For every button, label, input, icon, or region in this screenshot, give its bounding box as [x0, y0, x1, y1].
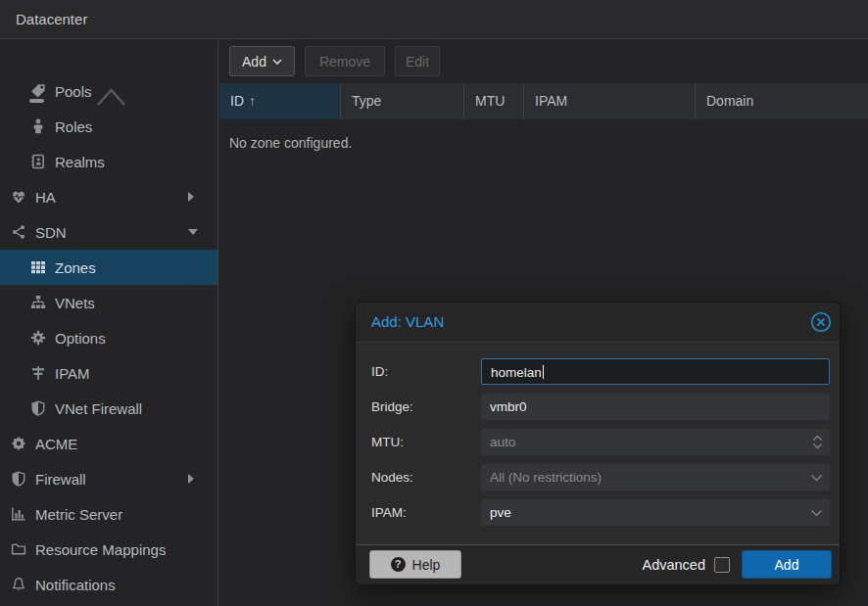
- dialog-title: Add: VLAN: [371, 303, 444, 342]
- spinner-up-down-icon[interactable]: [812, 429, 823, 455]
- help-button-label: Help: [412, 557, 441, 573]
- sidebar-item-label: Metric Server: [35, 506, 122, 523]
- edit-button[interactable]: Edit: [395, 46, 440, 76]
- column-header-ipam[interactable]: IPAM: [524, 83, 696, 119]
- sidebar-item-label: SDN: [35, 224, 67, 241]
- close-icon[interactable]: [810, 311, 832, 333]
- bridge-input[interactable]: vmbr0: [481, 394, 830, 420]
- sidebar-item-realms[interactable]: Realms: [0, 144, 217, 179]
- top-header-bar: Datacenter: [0, 0, 868, 39]
- sidebar-item-label: Pools: [55, 83, 92, 100]
- certificate-icon: [10, 436, 26, 452]
- column-header-domain[interactable]: Domain: [696, 83, 868, 119]
- network-nodes-icon: [10, 224, 26, 241]
- expand-right-icon: [188, 192, 194, 202]
- shield-icon: [10, 471, 26, 488]
- column-header-type[interactable]: Type: [341, 83, 464, 119]
- remove-button[interactable]: Remove: [305, 46, 385, 76]
- sidebar-item-label: ACME: [35, 436, 77, 452]
- sidebar-item-sdn[interactable]: SDN: [0, 214, 217, 250]
- bell-icon: [10, 577, 26, 593]
- empty-table-message: No zone configured.: [229, 135, 352, 151]
- person-icon: [29, 118, 46, 135]
- mtu-spinner[interactable]: auto: [481, 429, 830, 455]
- ipam-field-label: IPAM:: [371, 499, 407, 526]
- add-button-label: Add: [242, 54, 266, 70]
- sidebar-item-metric-server[interactable]: Metric Server: [0, 496, 217, 532]
- sidebar-item-label: HA: [35, 189, 56, 206]
- id-input-value: homelan: [491, 365, 542, 380]
- sidebar-item-label: Realms: [55, 154, 105, 170]
- sort-ascending-icon: ↑: [249, 93, 256, 109]
- sidebar-item-resource-mappings[interactable]: Resource Mappings: [0, 532, 217, 567]
- address-book-icon: [29, 154, 46, 170]
- sidebar-item-firewall[interactable]: Firewall: [0, 461, 217, 496]
- sidebar-item-label: VNets: [55, 295, 95, 311]
- sidebar-item-zones[interactable]: Zones: [0, 250, 217, 285]
- ipam-select-value: pve: [490, 505, 511, 520]
- dialog-add-button-label: Add: [775, 557, 799, 573]
- expand-right-icon: [188, 474, 194, 484]
- tag-icon: [29, 83, 46, 100]
- sidebar-item-pools[interactable]: Pools: [0, 73, 217, 109]
- sidebar-item-vnets[interactable]: VNets: [0, 285, 217, 320]
- column-label: Type: [352, 93, 381, 109]
- sidebar-item-label: Notifications: [35, 577, 116, 593]
- column-label: MTU: [475, 93, 505, 109]
- advanced-checkbox[interactable]: [714, 557, 730, 573]
- bar-chart-icon: [10, 506, 26, 523]
- sidebar-item-label: VNet Firewall: [55, 400, 142, 417]
- sidebar-item-label: Resource Mappings: [35, 541, 166, 558]
- sitemap-icon: [29, 295, 46, 311]
- sidebar-item-label: IPAM: [55, 365, 90, 382]
- ipam-select[interactable]: pve: [481, 499, 830, 526]
- sidebar-item-vnet-firewall[interactable]: VNet Firewall: [0, 391, 217, 426]
- mtu-field-label: MTU:: [371, 429, 404, 455]
- id-input[interactable]: homelan: [481, 358, 830, 385]
- column-label: Domain: [706, 93, 753, 109]
- nodes-placeholder-value: All (No restrictions): [490, 470, 602, 485]
- sidebar-item-ipam[interactable]: IPAM: [0, 355, 217, 391]
- sidebar-item-label: Roles: [55, 118, 92, 135]
- edit-button-label: Edit: [406, 54, 429, 70]
- advanced-label[interactable]: Advanced: [643, 557, 706, 573]
- column-label: IPAM: [535, 93, 567, 109]
- column-header-id[interactable]: ID↑: [219, 83, 341, 119]
- bridge-input-value: vmbr0: [490, 399, 527, 414]
- nodes-field-label: Nodes:: [371, 464, 413, 490]
- table-header-row: ID↑ Type MTU IPAM Domain: [219, 83, 868, 119]
- dialog-add-button[interactable]: Add: [742, 550, 832, 579]
- mtu-placeholder-value: auto: [490, 435, 515, 449]
- chevron-down-icon: [272, 59, 282, 65]
- sidebar-item-label: Firewall: [35, 471, 86, 488]
- dialog-footer: ? Help Advanced Add: [356, 544, 840, 584]
- folder-icon: [10, 541, 26, 558]
- id-field-label: ID:: [371, 358, 388, 385]
- sidebar-item-acme[interactable]: ACME: [0, 426, 217, 461]
- sidebar-item-label: Zones: [55, 259, 96, 276]
- sidebar-item-roles[interactable]: Roles: [0, 109, 217, 144]
- sidebar-item-label: Options: [55, 330, 106, 347]
- add-dropdown-button[interactable]: Add: [229, 46, 295, 76]
- column-label: ID: [230, 93, 244, 109]
- chevron-down-icon[interactable]: [810, 464, 823, 490]
- column-header-mtu[interactable]: MTU: [464, 83, 524, 119]
- question-circle-icon: ?: [391, 557, 406, 572]
- signpost-icon: [29, 365, 46, 382]
- sidebar-item-options[interactable]: Options: [0, 320, 217, 355]
- help-button[interactable]: ? Help: [369, 550, 461, 579]
- gear-icon: [29, 330, 46, 347]
- nodes-select[interactable]: All (No restrictions): [481, 464, 830, 490]
- dialog-header[interactable]: Add: VLAN: [356, 303, 840, 342]
- shield-icon: [29, 400, 46, 417]
- expand-down-icon: [188, 229, 198, 235]
- sidebar-item-ha[interactable]: HA: [0, 179, 217, 214]
- chevron-down-icon[interactable]: [810, 499, 823, 526]
- heartbeat-icon: [10, 189, 26, 206]
- bridge-field-label: Bridge:: [371, 394, 413, 420]
- add-vlan-dialog: Add: VLAN ID: homelan Bridge: vmbr0 MTU:…: [355, 302, 841, 585]
- remove-button-label: Remove: [319, 54, 370, 70]
- sidebar-item-notifications[interactable]: Notifications: [0, 567, 217, 602]
- page-title: Datacenter: [16, 0, 87, 39]
- dialog-body: ID: homelan Bridge: vmbr0 MTU: auto: [356, 342, 840, 545]
